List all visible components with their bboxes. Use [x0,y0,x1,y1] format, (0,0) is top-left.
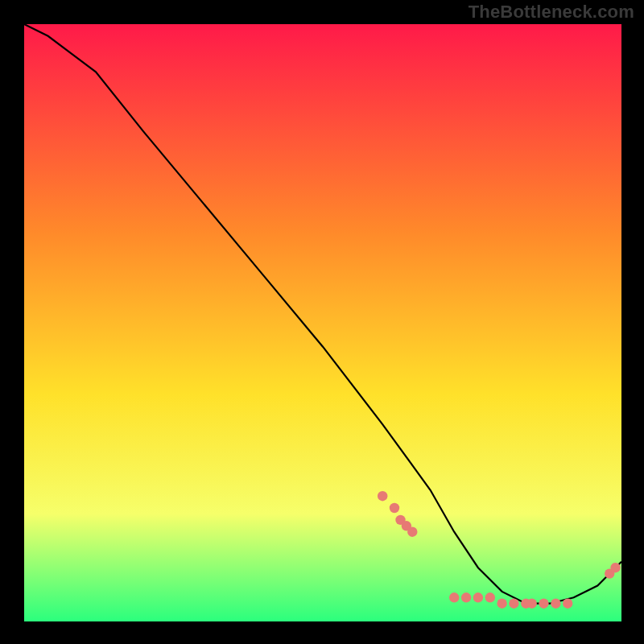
gradient-background [24,24,621,621]
data-point [485,592,495,602]
data-point [551,599,560,609]
chart-svg [24,24,621,621]
watermark-text: TheBottleneck.com [469,2,634,23]
data-point [461,592,471,602]
data-point [449,592,459,602]
data-point [378,491,387,501]
data-point [539,599,548,609]
data-point [610,563,620,572]
data-point [563,599,572,609]
data-point [407,527,417,537]
data-point [527,599,537,609]
plot-area [24,24,621,621]
data-point [497,599,506,609]
data-point [390,503,399,513]
chart-frame: TheBottleneck.com [0,0,644,644]
data-point [509,599,518,609]
data-point [473,592,483,602]
